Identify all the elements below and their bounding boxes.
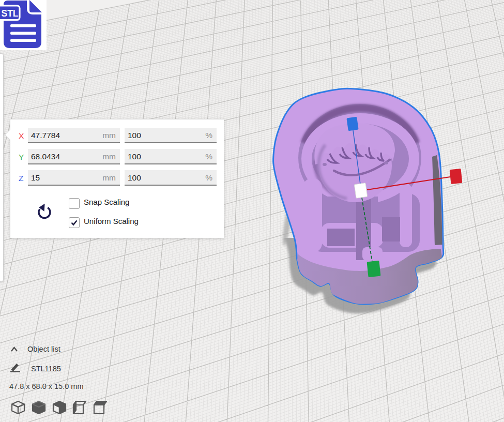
svg-text:STL: STL: [2, 8, 19, 19]
